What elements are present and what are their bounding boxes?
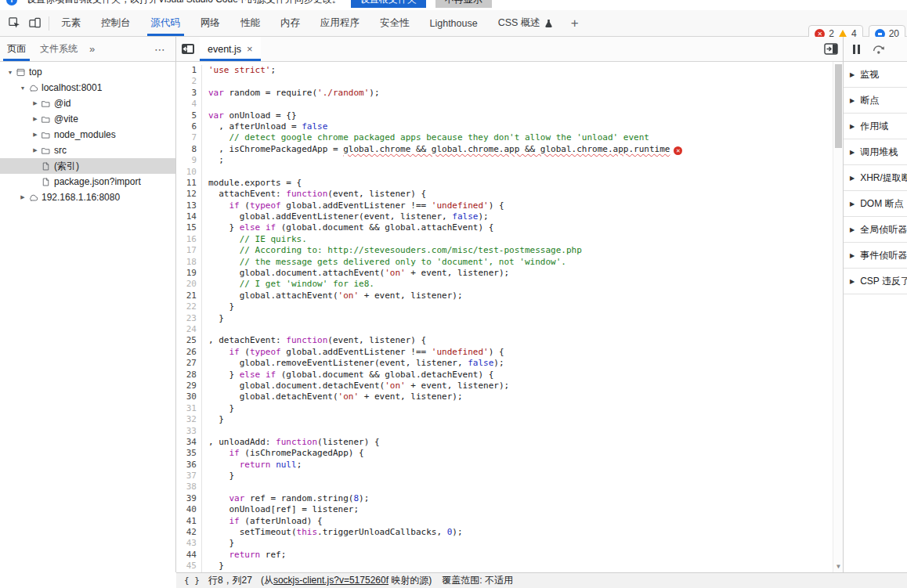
line-number[interactable]: 13 [176, 200, 202, 211]
expand-arrow-icon[interactable]: ▶ [850, 252, 855, 259]
device-toolbar-icon[interactable] [27, 16, 42, 31]
line-number[interactable]: 44 [176, 550, 202, 561]
expand-arrow-icon[interactable]: ▶ [30, 147, 41, 153]
pause-script-icon[interactable] [853, 45, 860, 54]
tree-item-node-modules[interactable]: ▶node_modules [0, 127, 175, 142]
expand-arrow-icon[interactable]: ▶ [850, 200, 855, 207]
tree-item-192-168-1-16-8080[interactable]: ▶192.168.1.16:8080 [0, 189, 175, 205]
tree-item-at-vite[interactable]: ▶@vite [0, 111, 175, 127]
line-number[interactable]: 1 [176, 65, 202, 76]
expand-arrow-icon[interactable]: ▶ [30, 100, 41, 106]
line-number[interactable]: 25 [176, 335, 202, 346]
tab-css-overview[interactable]: CSS 概述 [488, 10, 563, 36]
expand-arrow-icon[interactable]: ▶ [30, 132, 41, 138]
tab-console[interactable]: 控制台 [91, 10, 141, 36]
more-options-icon[interactable]: ⋯ [145, 37, 175, 61]
tab-memory[interactable]: 内存 [270, 10, 310, 36]
line-number[interactable]: 33 [176, 426, 202, 437]
code-editor[interactable]: 1'use strict';23var random = require('./… [176, 62, 843, 572]
close-icon[interactable] [247, 44, 253, 54]
inspect-element-icon[interactable] [6, 16, 22, 31]
step-over-icon[interactable] [873, 44, 885, 55]
dismiss-button[interactable]: 不再显示 [435, 0, 492, 8]
line-number[interactable]: 28 [176, 370, 202, 381]
line-number[interactable]: 39 [176, 493, 202, 504]
tree-item-top[interactable]: ▼top [0, 64, 175, 80]
nav-tab-page[interactable]: 页面 [0, 37, 33, 61]
line-number[interactable]: 26 [176, 347, 202, 358]
more-tools-button[interactable]: + [563, 10, 587, 36]
expand-arrow-icon[interactable]: ▶ [850, 175, 855, 182]
line-number[interactable]: 23 [176, 313, 202, 324]
tree-item-at-id[interactable]: ▶@id [0, 96, 175, 111]
debugger-section-0[interactable]: ▶监视 [844, 62, 907, 88]
debugger-section-8[interactable]: ▶CSP 违反了 [844, 269, 907, 294]
debugger-section-2[interactable]: ▶作用域 [844, 114, 907, 139]
expand-arrow-icon[interactable]: ▶ [850, 278, 855, 285]
debugger-section-5[interactable]: ▶DOM 断点 [844, 191, 907, 217]
line-number[interactable]: 16 [176, 234, 202, 245]
debugger-section-1[interactable]: ▶断点 [844, 88, 907, 114]
error-icon[interactable] [674, 146, 682, 155]
expand-arrow-icon[interactable]: ▶ [850, 149, 855, 156]
tab-network[interactable]: 网络 [190, 10, 230, 36]
toggle-navigator-icon[interactable] [176, 37, 200, 61]
line-number[interactable]: 30 [176, 391, 202, 402]
collapse-arrow-icon[interactable]: ▼ [17, 85, 28, 91]
line-number[interactable]: 6 [176, 121, 202, 132]
debugger-section-3[interactable]: ▶调用堆栈 [844, 139, 907, 165]
tree-item-src[interactable]: ▶src [0, 142, 175, 158]
line-number[interactable]: 4 [176, 99, 202, 110]
scrollbar-thumb[interactable] [835, 64, 842, 148]
line-number[interactable]: 32 [176, 414, 202, 425]
collapse-arrow-icon[interactable]: ▼ [5, 70, 16, 75]
line-number[interactable]: 9 [176, 155, 202, 166]
line-number[interactable]: 29 [176, 381, 202, 391]
nav-tab-filesystem[interactable]: 文件系统 [33, 37, 85, 61]
line-number[interactable]: 34 [176, 437, 202, 448]
line-number[interactable]: 31 [176, 403, 202, 414]
line-number[interactable]: 45 [176, 561, 202, 572]
line-number[interactable]: 5 [176, 110, 202, 121]
scroll-down-arrow-icon[interactable] [833, 563, 843, 570]
tab-security[interactable]: 安全性 [370, 10, 420, 36]
line-number[interactable]: 22 [176, 301, 202, 312]
line-number[interactable]: 42 [176, 527, 202, 538]
tab-lighthouse[interactable]: Lighthouse [420, 10, 488, 36]
tab-performance[interactable]: 性能 [230, 10, 270, 36]
tree-item-index[interactable]: (索引) [0, 158, 175, 174]
debugger-section-6[interactable]: ▶全局侦听器 [844, 217, 907, 243]
line-number[interactable]: 21 [176, 290, 202, 301]
line-number[interactable]: 38 [176, 482, 202, 492]
mapped-source-link[interactable]: sockjs-client.js?v=5175260f [273, 575, 388, 586]
line-number[interactable]: 17 [176, 245, 202, 256]
more-tabs-icon[interactable]: » [85, 37, 99, 61]
editor-tab-eventjs[interactable]: event.js [200, 37, 261, 61]
line-number[interactable]: 10 [176, 167, 202, 178]
line-number[interactable]: 24 [176, 324, 202, 335]
line-number[interactable]: 12 [176, 189, 202, 200]
line-number[interactable]: 14 [176, 211, 202, 222]
tab-elements[interactable]: 元素 [51, 10, 91, 36]
tree-item-localhost-8001[interactable]: ▼localhost:8001 [0, 80, 175, 96]
toggle-debugger-sidebar-icon[interactable] [819, 37, 843, 61]
line-number[interactable]: 8 [176, 144, 202, 155]
vertical-scrollbar[interactable] [833, 62, 843, 572]
line-number[interactable]: 19 [176, 268, 202, 279]
expand-arrow-icon[interactable]: ▶ [850, 71, 855, 78]
set-root-folder-button[interactable]: 设置根文件夹 [351, 0, 426, 8]
tab-sources[interactable]: 源代码 [141, 10, 191, 36]
line-number[interactable]: 11 [176, 178, 202, 189]
tree-item-package-json[interactable]: package.json?import [0, 174, 175, 189]
line-number[interactable]: 27 [176, 358, 202, 369]
line-number[interactable]: 2 [176, 76, 202, 87]
line-number[interactable]: 37 [176, 471, 202, 482]
line-number[interactable]: 20 [176, 279, 202, 290]
line-number[interactable]: 35 [176, 448, 202, 459]
pretty-print-button[interactable]: { } [184, 575, 200, 586]
line-number[interactable]: 18 [176, 257, 202, 268]
expand-arrow-icon[interactable]: ▶ [850, 97, 855, 104]
line-number[interactable]: 7 [176, 132, 202, 143]
expand-arrow-icon[interactable]: ▶ [850, 123, 855, 130]
line-number[interactable]: 43 [176, 538, 202, 549]
